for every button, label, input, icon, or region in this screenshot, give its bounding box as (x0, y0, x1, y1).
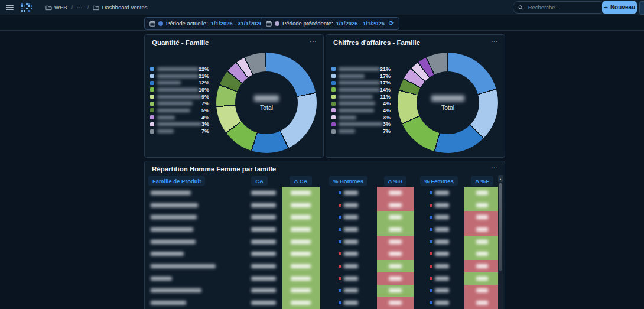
search-box[interactable] (513, 1, 605, 14)
cell-famille-redacted (148, 187, 237, 199)
filter-label: Période actuelle: (166, 20, 208, 27)
scrollbar-up-arrow[interactable]: ▲ (498, 175, 503, 182)
column-header[interactable]: % Hommes (329, 176, 367, 186)
cell-pct-hommes (320, 223, 377, 236)
column-header[interactable]: Δ %H (384, 176, 407, 186)
table-row[interactable] (148, 211, 500, 223)
breadcrumb: WEB / ⋯ / Dashboard ventes (45, 4, 148, 11)
table-row[interactable] (148, 223, 500, 236)
legend-item[interactable]: 21% (331, 66, 391, 73)
legend-color-swatch (331, 102, 336, 106)
legend-item[interactable]: 3% (331, 121, 391, 128)
card-title: Chiffres d'affaires - Famille (333, 39, 420, 46)
breadcrumb-item-web[interactable]: WEB (45, 4, 67, 11)
table-header-row: Famille de ProduitCAΔ CA% HommesΔ %H% Fe… (148, 175, 500, 186)
legend-item[interactable]: 21% (150, 73, 209, 80)
legend-item[interactable]: 7% (150, 128, 209, 135)
cell-pct-femmes (414, 199, 464, 212)
column-header[interactable]: Δ CA (290, 176, 311, 186)
cell-delta-ca (282, 223, 320, 236)
legend-color-swatch (150, 67, 154, 71)
table-row[interactable] (148, 260, 500, 272)
legend-item[interactable]: 14% (331, 86, 391, 93)
donut-chart[interactable]: Total (216, 53, 317, 153)
cell-ca-redacted (237, 248, 282, 260)
legend-percent: 10% (199, 87, 209, 93)
legend-item[interactable]: 7% (331, 128, 391, 135)
new-button[interactable]: + Nouveau (602, 1, 637, 14)
table-row[interactable] (148, 248, 500, 260)
scrollbar-thumb[interactable] (499, 183, 502, 271)
legend-percent: 3% (383, 121, 391, 127)
donut-chart[interactable]: Total (398, 53, 498, 153)
legend-label-redacted (339, 81, 380, 84)
trend-dot (339, 216, 341, 219)
card-menu-icon[interactable]: ⋯ (310, 37, 318, 45)
legend-item[interactable]: 5% (150, 107, 209, 114)
legend-item[interactable]: 3% (150, 121, 209, 128)
card-menu-icon[interactable]: ⋯ (491, 164, 499, 172)
cell-pct-femmes (414, 285, 464, 297)
cell-ca-redacted (237, 272, 282, 285)
legend-item[interactable]: 4% (150, 114, 209, 121)
vertical-scrollbar[interactable]: ▲ (498, 175, 503, 309)
legend-percent: 4% (201, 115, 209, 121)
legend-percent: 17% (380, 73, 391, 79)
trend-dot (430, 191, 432, 194)
column-header[interactable]: % Femmes (420, 176, 458, 186)
table-row[interactable] (148, 187, 500, 199)
legend-color-swatch (150, 95, 154, 99)
legend-item[interactable]: 4% (331, 107, 391, 114)
legend-item[interactable]: 22% (150, 66, 209, 73)
cell-pct-femmes (414, 211, 464, 223)
top-bar: WEB / ⋯ / Dashboard ventes + Nouveau (0, 0, 644, 15)
cell-delta-pct-femmes (464, 285, 500, 297)
legend-item[interactable]: 17% (331, 73, 391, 80)
card-menu-icon[interactable]: ⋯ (491, 37, 499, 45)
legend-item[interactable]: 12% (150, 79, 209, 86)
filter-periode-precedente[interactable]: Période précédente: 1/1/2026 - 1/1/2026 … (261, 17, 399, 30)
edge-button-partial[interactable] (639, 1, 644, 15)
cell-pct-hommes (320, 297, 377, 309)
legend-color-swatch (150, 108, 154, 112)
folder-icon (45, 5, 52, 11)
filter-periode-actuelle[interactable]: Période actuelle: 1/1/2026 - 31/1/2026 ⟳ (144, 17, 278, 30)
column-header[interactable]: Famille de Produit (148, 176, 205, 186)
legend-item[interactable]: 4% (331, 100, 391, 107)
legend-item[interactable]: 17% (331, 79, 391, 86)
search-input[interactable] (527, 4, 600, 11)
table-row[interactable] (148, 199, 500, 212)
cell-famille-redacted (148, 248, 237, 260)
legend-item[interactable]: 7% (150, 100, 209, 107)
legend-color-swatch (331, 108, 336, 112)
menu-icon[interactable] (6, 5, 14, 10)
cell-ca-redacted (237, 285, 282, 297)
cell-delta-ca (282, 211, 320, 223)
table-row[interactable] (148, 236, 500, 248)
legend-label-redacted (157, 81, 181, 84)
legend-item[interactable]: 3% (331, 114, 391, 121)
legend-color-swatch (150, 102, 154, 106)
table-row[interactable] (148, 272, 500, 285)
legend-item[interactable]: 10% (150, 86, 209, 93)
cell-delta-ca (282, 236, 320, 248)
legend-label-redacted (339, 88, 380, 92)
breadcrumb-ellipsis[interactable]: ⋯ (77, 4, 83, 11)
refresh-icon[interactable]: ⟳ (389, 20, 394, 27)
legend-color-swatch (331, 74, 336, 78)
cell-ca-redacted (237, 187, 282, 199)
breadcrumb-item-dashboard-ventes[interactable]: Dashboard ventes (93, 4, 147, 11)
legend-item[interactable]: 11% (331, 93, 391, 100)
cell-pct-femmes (414, 297, 464, 309)
column-header[interactable]: Δ %F (471, 176, 493, 186)
legend-label-redacted (157, 67, 199, 71)
legend-item[interactable]: 9% (150, 93, 209, 100)
trend-dot (339, 240, 341, 243)
table-row[interactable] (148, 285, 500, 297)
table-row[interactable] (148, 297, 500, 309)
app-logo[interactable] (21, 2, 32, 13)
card-title: Répartition Homme Femme par famille (152, 165, 276, 173)
trend-dot (430, 204, 432, 207)
filter-label: Période précédente: (282, 20, 333, 27)
column-header[interactable]: CA (251, 176, 268, 186)
